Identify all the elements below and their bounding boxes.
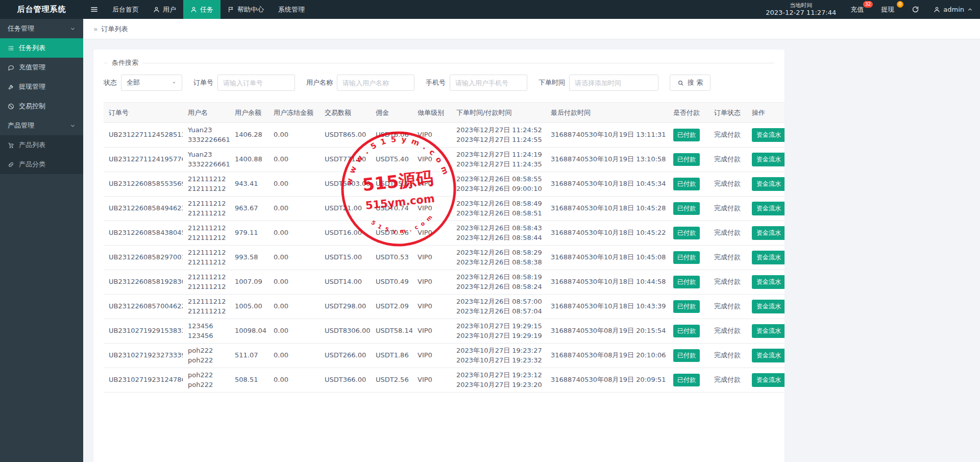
breadcrumb-arrow: » <box>93 25 98 33</box>
sidebar-item-trade-control[interactable]: 交易控制 <box>0 96 83 116</box>
order-time-line1: 2023年12月26日 08:58:49 <box>456 199 541 209</box>
commission-cell: USDT0.74 <box>371 197 412 221</box>
action-cell: 资金流水 <box>747 221 785 246</box>
commission-cell: USDT2.09 <box>371 295 412 319</box>
sidebar-group-product-management[interactable]: 产品管理 <box>0 116 83 135</box>
funds-flow-button[interactable]: 资金流水 <box>752 153 785 166</box>
table-row: UB2312260858553569 212111212 212111212 9… <box>104 172 785 197</box>
funds-flow-button[interactable]: 资金流水 <box>752 202 785 215</box>
table-header-cell: 用户名 <box>183 103 230 123</box>
funds-flow-button[interactable]: 资金流水 <box>752 324 785 338</box>
sidebar-item-label: 交易控制 <box>19 102 45 111</box>
amount-cell: USDT5003.00 <box>320 172 371 197</box>
sidebar-toggle-button[interactable] <box>83 0 105 19</box>
paid-cell: 已付款 <box>668 344 709 368</box>
funds-flow-button[interactable]: 资金流水 <box>752 226 785 240</box>
paid-cell: 已付款 <box>668 295 709 319</box>
order-no-input[interactable] <box>217 75 295 91</box>
sidebar-item-recharge-management[interactable]: 充值管理 <box>0 58 83 77</box>
order-time-line1: 2023年12月27日 11:24:52 <box>456 126 541 135</box>
order-no-cell: UB2312260857004622 <box>104 295 183 319</box>
order-no-label: 订单号 <box>193 78 213 87</box>
withdraw-nav-button[interactable]: 提现 0 <box>874 0 904 19</box>
funds-flow-button[interactable]: 资金流水 <box>752 373 785 387</box>
refresh-button[interactable] <box>904 0 926 19</box>
order-time-line1: 2023年10月27日 19:29:15 <box>456 322 541 331</box>
sidebar-item-task-list[interactable]: 任务列表 <box>0 38 83 58</box>
sidebar-item-product-category[interactable]: 产品分类 <box>0 155 83 174</box>
nav-item-label: 用户 <box>163 5 176 14</box>
username-line1: 212111212 <box>188 224 225 233</box>
user-icon <box>190 6 197 13</box>
amount-cell: USDT266.00 <box>320 344 371 368</box>
table-header-cell: 下单时间/付款时间 <box>451 103 546 123</box>
nav-item-help-center[interactable]: 帮助中心 <box>220 0 271 19</box>
paid-cell: 已付款 <box>668 148 709 172</box>
funds-flow-button[interactable]: 资金流水 <box>752 275 785 289</box>
username-line1: Yuan23 <box>188 150 225 160</box>
action-cell: 资金流水 <box>747 368 785 393</box>
refresh-icon <box>912 6 919 13</box>
sidebar-group-task-management[interactable]: 任务管理 <box>0 19 83 38</box>
paid-cell: 已付款 <box>668 246 709 270</box>
chevron-up-icon <box>967 7 973 12</box>
status-select-value: 全部 <box>127 78 140 87</box>
list-icon <box>8 45 14 52</box>
username-cell: Yuan23 3332226661 <box>183 148 230 172</box>
amount-cell: USDT14.00 <box>320 270 371 295</box>
vip-level-cell: VIP0 <box>412 344 451 368</box>
balance-cell: 1005.00 <box>230 295 268 319</box>
commission-cell: USDT2.56 <box>371 368 412 393</box>
funds-flow-button[interactable]: 资金流水 <box>752 251 785 264</box>
status-label: 状态 <box>104 78 117 87</box>
order-time-input[interactable] <box>569 75 658 91</box>
frozen-cell: 0.00 <box>268 197 320 221</box>
sidebar-item-product-list[interactable]: 产品列表 <box>0 135 83 155</box>
username-line2: 212111212 <box>188 282 225 292</box>
sidebar-item-withdraw-management[interactable]: 提现管理 <box>0 77 83 96</box>
status-select[interactable]: 全部 <box>121 75 182 91</box>
nav-item-system[interactable]: 系统管理 <box>271 0 312 19</box>
action-cell: 资金流水 <box>747 270 785 295</box>
order-time-line2: 2023年12月26日 08:58:38 <box>456 258 541 268</box>
recharge-nav-button[interactable]: 充值 32 <box>843 0 874 19</box>
vip-level-cell: VIP0 <box>412 270 451 295</box>
username-line1: 212111212 <box>188 248 225 258</box>
frozen-cell: 0.00 <box>268 123 320 148</box>
paid-cell: 已付款 <box>668 368 709 393</box>
order-time-line2: 2023年12月27日 11:24:55 <box>456 135 541 145</box>
main-area: » 订单列表 条件搜索 状态 全部 <box>83 19 980 462</box>
action-cell: 资金流水 <box>747 246 785 270</box>
order-time-cell: 2023年10月27日 19:23:27 2023年10月27日 19:23:3… <box>451 344 546 368</box>
balance-cell: 979.11 <box>230 221 268 246</box>
nav-item-home[interactable]: 后台首页 <box>105 0 146 19</box>
frozen-cell: 0.00 <box>268 246 320 270</box>
amount-cell: USDT298.00 <box>320 295 371 319</box>
username-cell: 212111212 212111212 <box>183 246 230 270</box>
order-time-line2: 2023年10月27日 19:29:19 <box>456 331 541 341</box>
table-row: UB2310271929153833 123456 123456 10098.0… <box>104 319 785 344</box>
table-header-cell: 交易数额 <box>320 103 371 123</box>
funds-flow-button[interactable]: 资金流水 <box>752 177 785 191</box>
order-no-cell: UB2312271124528513 <box>104 123 183 148</box>
action-cell: 资金流水 <box>747 319 785 344</box>
last-pay-time-cell: 31688740530年08月19日 20:10:06 <box>546 344 668 368</box>
search-legend: 条件搜索 <box>108 58 142 67</box>
action-cell: 资金流水 <box>747 344 785 368</box>
last-pay-time-cell: 31688740530年08月19日 20:09:51 <box>546 368 668 393</box>
username-line2: poh222 <box>188 356 225 366</box>
table-header-cell: 订单状态 <box>709 103 747 123</box>
username-input[interactable] <box>337 75 414 91</box>
search-button[interactable]: 搜 索 <box>670 75 710 91</box>
funds-flow-button[interactable]: 资金流水 <box>752 300 785 313</box>
nav-item-tasks[interactable]: 任务 <box>183 0 220 19</box>
username-line2: 212111212 <box>188 184 225 194</box>
order-status-cell: 完成付款 <box>709 172 747 197</box>
cart-icon <box>8 142 14 149</box>
admin-menu[interactable]: admin <box>926 0 980 19</box>
amount-cell: USDT366.00 <box>320 368 371 393</box>
nav-item-users[interactable]: 用户 <box>146 0 183 19</box>
funds-flow-button[interactable]: 资金流水 <box>752 128 785 142</box>
phone-input[interactable] <box>450 75 527 91</box>
funds-flow-button[interactable]: 资金流水 <box>752 349 785 362</box>
